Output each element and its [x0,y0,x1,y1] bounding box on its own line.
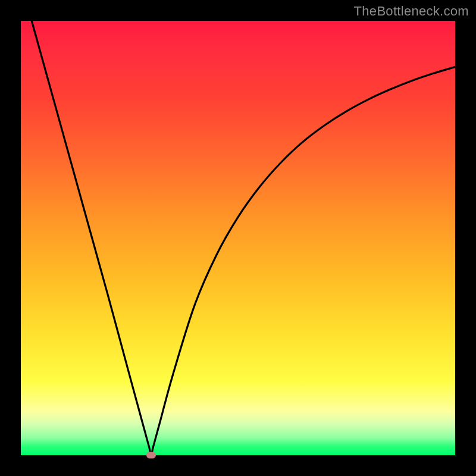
watermark-text: TheBottleneck.com [354,4,469,19]
chart-frame: TheBottleneck.com [0,0,476,476]
bottleneck-curve [21,21,455,455]
chart-plot-area [21,21,455,455]
minimum-marker [146,452,156,459]
